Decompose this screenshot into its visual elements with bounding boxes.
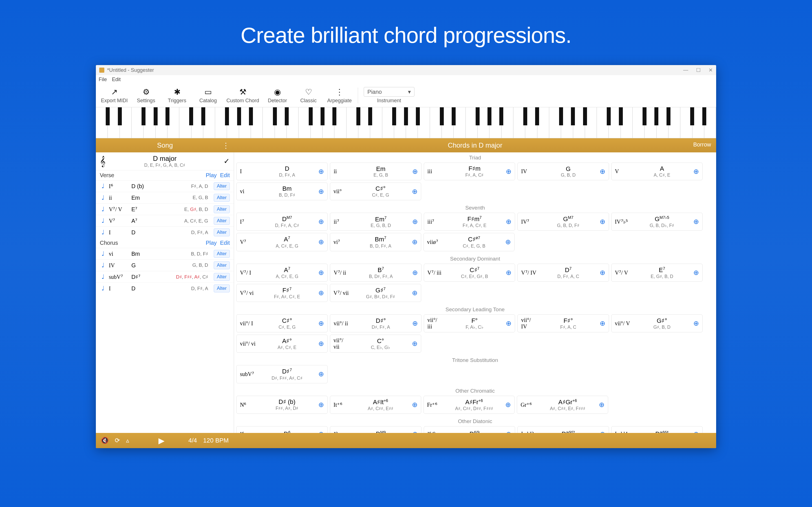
chord-card[interactable]: viiø⁷ C♯ø7C♯, E, G, B ⊕ [423,233,515,251]
add-chord-icon[interactable]: ⊕ [506,320,511,327]
add-chord-icon[interactable]: ⊕ [318,238,324,246]
close-icon[interactable]: ✕ [709,67,713,73]
toolbar-catalog[interactable]: ▭Catalog [195,87,221,104]
black-key[interactable] [452,107,456,125]
chord-card[interactable]: V⁷/ vi F♯7F♯, A♯, C♯, E ⊕ [236,284,327,302]
add-chord-icon[interactable]: ⊕ [318,430,324,433]
menu-edit[interactable]: Edit [112,76,121,82]
add-chord-icon[interactable]: ⊕ [412,218,418,226]
toolbar-custom-chord[interactable]: ⚒Custom Chord [226,87,259,104]
black-key[interactable] [154,107,158,125]
chord-card[interactable]: Fr⁺⁶ A♯Fr+6A♯, C♯♯, D♯♯, F♯♯♯ ⊕ [423,396,515,414]
chord-card[interactable]: V⁷ A7A, C♯, E, G ⊕ [236,233,327,251]
add-chord-icon[interactable]: ⊕ [600,320,605,327]
add-chord-icon[interactable]: ⊕ [693,320,699,327]
add-chord-icon[interactable]: ⊕ [693,269,699,277]
chord-card[interactable]: ii EmE, G, B ⊕ [330,163,421,180]
chord-card[interactable]: vii°/ vii C°C, E♭, G♭ ⊕ [330,335,421,353]
alter-button[interactable]: Alter [214,284,230,292]
black-key[interactable] [440,107,444,125]
add-chord-icon[interactable]: ⊕ [318,187,324,195]
add-chord-icon[interactable]: ⊕ [412,238,417,246]
play-icon[interactable]: ▶ [158,436,165,445]
add-chord-icon[interactable]: ⊕ [412,401,417,409]
edit-button[interactable]: Edit [220,240,230,246]
black-key[interactable] [571,107,575,125]
play-button[interactable]: Play [206,172,217,179]
black-key[interactable] [225,107,229,125]
black-key[interactable] [607,107,611,125]
song-chord-row[interactable]: ♩ V⁷ A⁷ A, C♯, E, G Alter [96,215,234,226]
add-chord-icon[interactable]: ⊕ [318,269,324,277]
black-key[interactable] [559,107,563,125]
chord-card[interactable]: vii°/ V G♯°G♯, B, D ⊕ [611,314,703,332]
black-key[interactable] [118,107,122,125]
add-chord-icon[interactable]: ⊕ [505,238,511,246]
add-chord-icon[interactable]: ⊕ [412,187,417,195]
alter-button[interactable]: Alter [214,228,230,236]
toolbar-triggers[interactable]: ✱Triggers [164,87,190,104]
add-chord-icon[interactable]: ⊕ [600,430,605,433]
alter-button[interactable]: Alter [214,250,230,258]
black-key[interactable] [237,107,241,125]
chord-card[interactable]: vi BmB, D, F♯ ⊕ [236,182,327,200]
add-chord-icon[interactable]: ⊕ [506,269,511,277]
chord-card[interactable]: iii F♯mF♯, A, C♯ ⊕ [424,163,515,180]
black-key[interactable] [404,107,408,125]
piano-keyboard[interactable] [96,107,716,138]
chord-card[interactable]: vii°/ iii F°F, A♭, C♭ ⊕ [424,314,515,332]
add-chord-icon[interactable]: ⊕ [412,340,417,348]
black-key[interactable] [702,107,706,125]
add-chord-icon[interactable]: ⊕ [412,320,418,327]
song-menu-icon[interactable]: ⋮ [222,142,230,150]
chord-card[interactable]: subV⁷ D♯7D♯, F♯♯, A♯, C♯ ⊕ [236,365,327,383]
chord-card[interactable]: IV⁷ GM7G, B, D, F♯ ⊕ [517,213,609,231]
add-chord-icon[interactable]: ⊕ [599,401,605,409]
black-key[interactable] [333,107,336,125]
black-key[interactable] [535,107,539,125]
chord-card[interactable]: iii⁷ F♯m7F♯, A, C♯, E ⊕ [424,213,515,231]
alter-button[interactable]: Alter [214,194,230,202]
black-key[interactable] [201,107,205,125]
chord-card[interactable]: V⁷/ I A7A, C♯, E, G ⊕ [236,264,327,282]
add-chord-icon[interactable]: ⊕ [318,218,324,226]
add-chord-icon[interactable]: ⊕ [506,430,511,433]
chord-card[interactable]: vi⁷ Bm7B, D, F♯, A ⊕ [330,233,421,251]
black-key[interactable] [320,107,324,125]
minimize-icon[interactable]: — [683,67,688,73]
add-chord-icon[interactable]: ⊕ [505,401,511,409]
add-chord-icon[interactable]: ⊕ [506,168,511,175]
add-chord-icon[interactable]: ⊕ [693,218,699,226]
chord-card[interactable]: V AA, C♯, E ⊕ [611,163,703,180]
alter-button[interactable]: Alter [214,182,230,190]
tempo[interactable]: 120 BPM [203,437,229,444]
song-chord-row[interactable]: ♩ I D D, F♯, A Alter [96,283,234,294]
toolbar-classic[interactable]: ♡Classic [296,87,321,104]
black-key[interactable] [488,107,492,125]
song-chord-row[interactable]: ♩ IV G G, B, D Alter [96,260,234,271]
chord-card[interactable]: I⁶ D6 ⊕ [236,426,327,433]
black-key[interactable] [654,107,658,125]
chord-card[interactable]: Iadd4 Dadd4 ⊕ [611,426,703,433]
chord-card[interactable]: N⁶ D♯ (b)F♯♯, A♯, D♯ ⊕ [236,396,327,414]
menu-file[interactable]: File [99,76,107,82]
chord-card[interactable]: IV GG, B, D ⊕ [517,163,609,180]
alter-button[interactable]: Alter [214,273,230,281]
key-row[interactable]: 𝄞 D major D, E, F♯, G, A, B, C♯ ✓ [96,152,234,170]
loop-icon[interactable]: ⟳ [115,437,120,444]
add-chord-icon[interactable]: ⊕ [318,370,324,378]
chord-card[interactable]: I⁶/⁹ D6/9 ⊕ [424,426,515,433]
toolbar-export-midi[interactable]: ↗Export MIDI [101,87,128,104]
add-chord-icon[interactable]: ⊕ [318,289,324,297]
black-key[interactable] [523,107,527,125]
black-key[interactable] [499,107,503,125]
alter-button[interactable]: Alter [214,217,230,225]
black-key[interactable] [690,107,694,125]
play-button[interactable]: Play [206,240,217,246]
chord-card[interactable]: I⁹ DM9 ⊕ [330,426,421,433]
chord-card[interactable]: vii°/ IV F♯°F♯, A, C ⊕ [517,314,609,332]
add-chord-icon[interactable]: ⊕ [318,168,324,175]
black-key[interactable] [368,107,372,125]
add-chord-icon[interactable]: ⊕ [506,218,511,226]
add-chord-icon[interactable]: ⊕ [412,289,417,297]
